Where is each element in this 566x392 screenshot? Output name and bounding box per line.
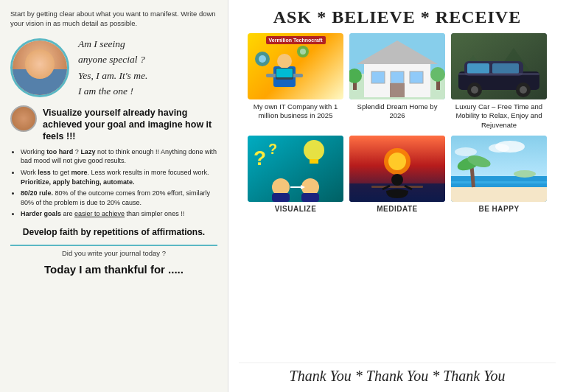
svg-point-20 [430, 67, 445, 82]
bullet-item: Work less to get more. Less work results… [21, 168, 217, 186]
avatar [10, 38, 69, 97]
svg-point-61 [489, 144, 509, 153]
car-image [451, 33, 547, 99]
svg-rect-27 [492, 63, 519, 74]
visualize-label: VISUALIZE [275, 205, 317, 213]
grid-item-beach: BE HAPPY [451, 136, 547, 213]
grid-item-meditate: MEDIDATE [349, 136, 445, 213]
svg-point-1 [259, 55, 266, 63]
question-text: Am I seeing anyone special ? Yes, I am. … [78, 36, 147, 99]
beach-label: BE HAPPY [478, 205, 519, 213]
it-company-image: Vermilion Technocraft [248, 33, 343, 99]
visualize-illustration: ? ? [248, 136, 343, 202]
bullet-item: Harder goals are easier to achieve than … [21, 209, 217, 219]
develop-faith-text: Develop faith by repetitions of affirmat… [10, 226, 217, 239]
svg-rect-15 [410, 71, 423, 83]
it-illustration: Vermilion Technocraft [248, 33, 343, 99]
svg-point-29 [471, 86, 478, 94]
top-hint: Start by getting clear about what you wa… [10, 9, 217, 29]
house-image [349, 33, 445, 99]
svg-rect-41 [301, 193, 319, 202]
svg-point-62 [455, 147, 477, 156]
car-svg [451, 33, 547, 99]
right-panel: ASK * BELIEVE * RECEIVE Vermilion Techno… [228, 0, 566, 392]
answer-text: Yes, I am. It's me. I am the one ! [78, 68, 147, 99]
journal-question: Did you write your journal today ? [10, 245, 217, 257]
ask-believe-receive-header: ASK * BELIEVE * RECEIVE [239, 7, 556, 27]
svg-rect-54 [451, 181, 547, 183]
question-line1: Am I seeing anyone special ? [78, 36, 147, 68]
it-svg [248, 33, 321, 99]
thank-you-text: Thank You * Thank You * Thank You [239, 363, 556, 385]
beach-svg [451, 136, 547, 202]
bullet-list: Working too hard ? Lazy not to think eno… [10, 147, 217, 219]
grid-item-visualize: ? ? VISUALIZ [248, 136, 343, 213]
svg-point-3 [300, 49, 306, 55]
svg-point-49 [391, 174, 403, 186]
bullet-item: Working too hard ? Lazy not to think eno… [21, 147, 217, 166]
left-panel: Start by getting clear about what you wa… [0, 0, 228, 392]
svg-rect-55 [451, 187, 547, 202]
beach-image [451, 136, 547, 202]
svg-rect-8 [276, 69, 293, 77]
svg-rect-26 [467, 63, 489, 74]
it-company-label: My own IT Company with 1 million busines… [248, 102, 343, 121]
avatar-face [13, 41, 67, 95]
small-avatar [10, 105, 37, 132]
grid-item-it: Vermilion Technocraft [248, 33, 343, 130]
grid-item-house: Splendid Dream Home by 2026 [349, 33, 445, 130]
meditate-image [349, 136, 445, 202]
thankful-text: Today I am thankful for ..... [10, 263, 217, 276]
meditate-illustration [349, 136, 445, 202]
beach-illustration [451, 136, 547, 202]
svg-rect-37 [310, 159, 318, 164]
visualize-svg: ? ? [248, 136, 343, 202]
house-illustration [349, 33, 445, 99]
house-label: Splendid Dream Home by 2026 [349, 102, 445, 121]
grid-top-row: Vermilion Technocraft [239, 33, 556, 130]
visualize-header: Visualize yourself already having achiev… [43, 107, 217, 143]
svg-rect-32 [458, 73, 539, 75]
svg-rect-39 [272, 193, 290, 202]
svg-point-5 [277, 54, 292, 69]
svg-text:?: ? [268, 141, 277, 157]
meditate-svg [349, 136, 445, 202]
profile-section: Am I seeing anyone special ? Yes, I am. … [10, 36, 217, 99]
grid-bottom-row: ? ? VISUALIZ [239, 136, 556, 213]
svg-rect-16 [390, 83, 405, 97]
grid-item-car: Luxury Car – Free Time and Mobility to R… [451, 33, 547, 130]
svg-rect-48 [371, 186, 423, 188]
svg-point-56 [514, 170, 536, 178]
house-svg [349, 33, 445, 99]
svg-rect-13 [371, 71, 385, 83]
car-illustration [451, 33, 547, 99]
car-label: Luxury Car – Free Time and Mobility to R… [451, 102, 547, 130]
svg-point-46 [388, 153, 406, 170]
svg-text:?: ? [254, 147, 266, 169]
svg-rect-14 [391, 71, 404, 83]
svg-point-31 [520, 86, 527, 94]
meditate-label: MEDIDATE [377, 205, 417, 213]
visualize-image: ? ? [248, 136, 343, 202]
svg-point-36 [304, 140, 324, 161]
bullet-item: 80/20 rule. 80% of the outcome comes fro… [21, 189, 217, 207]
